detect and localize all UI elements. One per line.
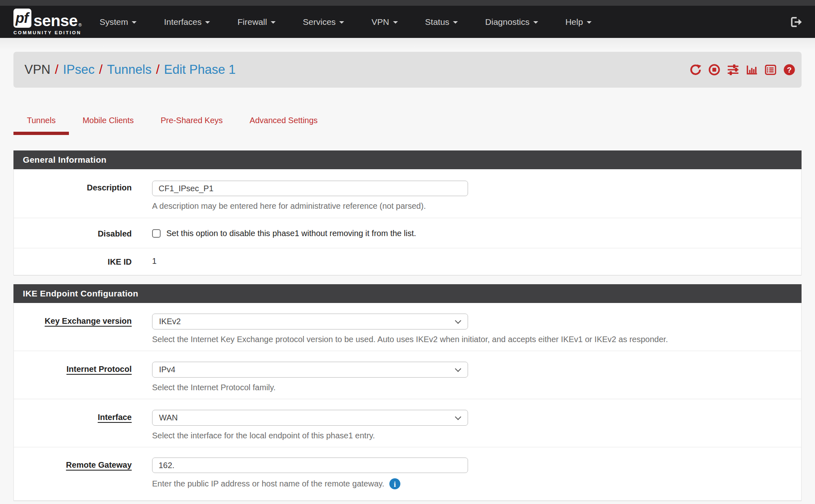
help-text: Enter the public IP address or host name… xyxy=(152,479,384,489)
tab-tunnels[interactable]: Tunnels xyxy=(13,115,69,135)
disabled-control-cell: Set this option to disable this phase1 w… xyxy=(152,218,801,248)
panel-ike-endpoint-configuration: IKE Endpoint Configuration Key Exchange … xyxy=(13,284,802,501)
interface-control-cell: WAN Select the interface for the local e… xyxy=(152,399,801,447)
breadcrumb: VPN / IPsec / Tunnels / Edit Phase 1 xyxy=(24,62,236,77)
nav-item-firewall[interactable]: Firewall xyxy=(237,17,275,27)
nav-item-label: Help xyxy=(565,17,583,27)
tab-bar: Tunnels Mobile Clients Pre-Shared Keys A… xyxy=(13,115,815,135)
key-exchange-help-text: Select the Internet Key Exchange protoco… xyxy=(152,335,801,344)
remote-gateway-help-text: Enter the public IP address or host name… xyxy=(152,478,801,489)
nav-item-label: Firewall xyxy=(237,17,267,27)
help-icon[interactable]: ? xyxy=(783,64,795,76)
caret-down-icon xyxy=(271,21,276,24)
chevron-down-icon xyxy=(455,413,462,420)
panel-header: General Information xyxy=(13,150,802,169)
description-control-cell: A description may be entered here for ad… xyxy=(152,169,801,218)
nav-item-help[interactable]: Help xyxy=(565,17,592,27)
key-exchange-version-label: Key Exchange version xyxy=(14,303,152,351)
description-input[interactable] xyxy=(152,181,468,196)
key-exchange-control-cell: IKEv2 Select the Internet Key Exchange p… xyxy=(152,303,801,351)
caret-down-icon xyxy=(132,21,137,24)
internet-protocol-help-text: Select the Internet Protocol family. xyxy=(152,383,801,392)
form-row-ike-id: IKE ID 1 xyxy=(14,248,801,275)
chevron-down-icon xyxy=(455,317,462,324)
sign-out-button[interactable] xyxy=(790,15,803,29)
caret-down-icon xyxy=(453,21,458,24)
registered-mark: ® xyxy=(78,22,82,27)
form-row-description: Description A description may be entered… xyxy=(14,169,801,218)
disabled-checkbox[interactable] xyxy=(152,229,161,238)
refresh-icon[interactable] xyxy=(689,64,702,76)
breadcrumb-separator: / xyxy=(99,62,103,77)
breadcrumb-link-tunnels[interactable]: Tunnels xyxy=(107,62,152,77)
main-navbar: pf sense ® COMMUNITY EDITION System Inte… xyxy=(0,6,815,38)
breadcrumb-link-ipsec[interactable]: IPsec xyxy=(63,62,95,77)
page-title-bar: VPN / IPsec / Tunnels / Edit Phase 1 xyxy=(13,52,802,88)
select-value: IPv4 xyxy=(159,365,175,374)
help-text: A description may be entered here for ad… xyxy=(152,201,426,211)
panel-header: IKE Endpoint Configuration xyxy=(13,284,802,303)
interface-select[interactable]: WAN xyxy=(152,410,468,426)
pfsense-logo-wordmark: pf sense ® xyxy=(13,9,82,28)
ike-id-value: 1 xyxy=(152,256,157,265)
sign-out-icon xyxy=(790,15,803,29)
tab-pre-shared-keys[interactable]: Pre-Shared Keys xyxy=(147,115,236,135)
select-value: IKEv2 xyxy=(159,317,181,326)
info-icon[interactable]: i xyxy=(389,478,400,489)
nav-menu: System Interfaces Firewall Services VPN … xyxy=(99,17,592,27)
remote-gateway-control-cell: Enter the public IP address or host name… xyxy=(152,447,801,500)
list-icon[interactable] xyxy=(764,64,777,76)
pfsense-logo-subtitle: COMMUNITY EDITION xyxy=(13,30,82,35)
sliders-icon[interactable] xyxy=(727,64,739,76)
help-text: Select the interface for the local endpo… xyxy=(152,431,375,440)
description-help-text: A description may be entered here for ad… xyxy=(152,201,801,211)
pfsense-logo-pf-box: pf xyxy=(13,9,31,28)
internet-protocol-select[interactable]: IPv4 xyxy=(152,362,468,378)
disabled-label: Disabled xyxy=(14,218,152,248)
nav-item-label: Diagnostics xyxy=(485,17,530,27)
form-row-disabled: Disabled Set this option to disable this… xyxy=(14,218,801,248)
form-row-remote-gateway: Remote Gateway Enter the public IP addre… xyxy=(14,447,801,501)
panel-body: Description A description may be entered… xyxy=(13,169,802,276)
nav-item-status[interactable]: Status xyxy=(425,17,458,27)
disabled-option-row: Set this option to disable this phase1 w… xyxy=(152,229,801,238)
caret-down-icon xyxy=(205,21,210,24)
stop-icon[interactable] xyxy=(708,64,720,76)
nav-item-label: Status xyxy=(425,17,450,27)
interface-help-text: Select the interface for the local endpo… xyxy=(152,431,801,440)
nav-item-system[interactable]: System xyxy=(99,17,137,27)
pfsense-logo[interactable]: pf sense ® COMMUNITY EDITION xyxy=(13,9,82,35)
nav-item-vpn[interactable]: VPN xyxy=(371,17,398,27)
caret-down-icon xyxy=(587,21,592,24)
nav-item-label: Interfaces xyxy=(164,17,201,27)
svg-text:i: i xyxy=(393,480,395,489)
chart-bar-icon[interactable] xyxy=(746,64,758,76)
nav-item-label: System xyxy=(99,17,128,27)
caret-down-icon xyxy=(339,21,344,24)
nav-item-interfaces[interactable]: Interfaces xyxy=(164,17,210,27)
breadcrumb-separator: / xyxy=(55,62,59,77)
ike-id-label: IKE ID xyxy=(14,248,152,275)
disabled-option-label: Set this option to disable this phase1 w… xyxy=(166,229,416,238)
form-row-interface: Interface WAN Select the interface for t… xyxy=(14,399,801,447)
panel-body: Key Exchange version IKEv2 Select the In… xyxy=(13,303,802,501)
nav-item-label: Services xyxy=(303,17,336,27)
form-row-internet-protocol: Internet Protocol IPv4 Select the Intern… xyxy=(14,351,801,399)
pfsense-logo-sense: sense xyxy=(33,13,77,28)
interface-label: Interface xyxy=(14,399,152,447)
ike-id-control-cell: 1 xyxy=(152,248,801,275)
content-top-fade xyxy=(0,38,815,52)
help-text: Select the Internet Key Exchange protoco… xyxy=(152,335,668,344)
tab-mobile-clients[interactable]: Mobile Clients xyxy=(69,115,147,135)
remote-gateway-input[interactable] xyxy=(152,458,468,473)
nav-item-label: VPN xyxy=(371,17,389,27)
breadcrumb-link-edit-phase-1[interactable]: Edit Phase 1 xyxy=(164,62,236,77)
help-text: Select the Internet Protocol family. xyxy=(152,383,276,392)
key-exchange-version-select[interactable]: IKEv2 xyxy=(152,314,468,329)
nav-item-diagnostics[interactable]: Diagnostics xyxy=(485,17,538,27)
caret-down-icon xyxy=(533,21,538,24)
tab-advanced-settings[interactable]: Advanced Settings xyxy=(236,115,331,135)
page-action-icons: ? xyxy=(689,64,795,76)
internet-protocol-label: Internet Protocol xyxy=(14,351,152,399)
nav-item-services[interactable]: Services xyxy=(303,17,345,27)
